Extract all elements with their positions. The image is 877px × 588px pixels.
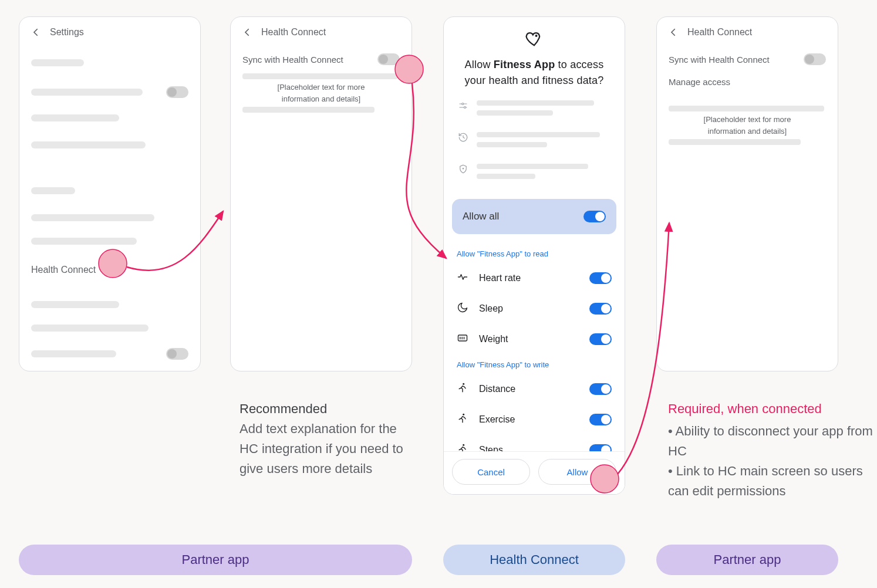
screen2-title: Health Connect [261, 27, 326, 38]
back-arrow-icon[interactable] [241, 26, 253, 38]
svg-point-0 [535, 35, 538, 37]
permission-label: Exercise [479, 414, 515, 425]
skeleton-line [31, 301, 119, 308]
skeleton-line [242, 107, 375, 113]
svg-point-2 [464, 107, 466, 109]
skeleton-line [31, 114, 119, 121]
sync-row: Sync with Health Connect [657, 48, 838, 71]
sync-row: Sync with Health Connect [231, 48, 411, 71]
permission-toggle[interactable] [589, 383, 612, 395]
skeleton-line [31, 59, 84, 66]
health-connect-label: Health Connect [31, 265, 96, 275]
manage-access-label: Manage access [669, 77, 730, 87]
permission-toggle[interactable] [589, 303, 612, 315]
footer-health-connect: Health Connect [443, 545, 625, 575]
permission-prompt-title: Allow Fitness App to access your health … [454, 57, 614, 89]
caption-required: Required, when connected Ability to disc… [668, 399, 877, 501]
skeleton-line [669, 139, 801, 145]
permission-row: Sleep [444, 293, 625, 324]
permission-toggle[interactable] [589, 333, 612, 345]
skeleton-line [669, 106, 824, 111]
svg-point-7 [463, 444, 464, 446]
permission-row: Weight [444, 324, 625, 354]
shield-icon [458, 164, 468, 174]
cancel-button[interactable]: Cancel [452, 459, 530, 485]
info-row [444, 158, 625, 190]
sync-toggle[interactable] [804, 53, 826, 65]
svg-rect-4 [458, 335, 467, 341]
partner-health-connect-connected-screen: Health Connect Sync with Health Connect … [656, 16, 838, 371]
skeleton-line [31, 89, 143, 96]
permission-label: Sleep [479, 303, 503, 314]
sync-label: Sync with Health Connect [669, 55, 770, 65]
screen1-body: Health Connect [19, 48, 200, 371]
skeleton-line [242, 73, 398, 79]
permission-toggle[interactable] [589, 414, 612, 425]
skeleton-line [31, 141, 146, 148]
permission-row: Distance [444, 374, 625, 404]
permission-label: Weight [479, 334, 508, 344]
skeleton-line [31, 214, 154, 221]
skeleton-line [31, 238, 137, 245]
footer-partner-app-2: Partner app [656, 545, 838, 575]
heart-icon [457, 271, 468, 285]
allow-all-row[interactable]: Allow all [452, 199, 616, 234]
health-connect-logo-icon [524, 29, 544, 51]
partner-health-connect-screen: Health Connect Sync with Health Connect … [230, 16, 412, 371]
permission-toggle[interactable] [589, 272, 612, 284]
read-section-header: Allow "Fitness App" to read [444, 244, 625, 263]
dialog-actions: Cancel Allow [444, 451, 625, 494]
run-icon [457, 413, 468, 427]
health-connect-row[interactable]: Health Connect [31, 265, 188, 275]
health-connect-permission-dialog: Allow Fitness App to access your health … [443, 16, 625, 495]
placeholder-note: [Placeholder text for more information a… [231, 82, 411, 104]
svg-point-5 [463, 383, 464, 385]
placeholder-note: [Placeholder text for more information a… [657, 114, 838, 137]
svg-point-6 [463, 414, 464, 415]
allow-button[interactable]: Allow [538, 459, 616, 485]
allow-all-label: Allow all [463, 211, 499, 222]
back-arrow-icon[interactable] [667, 26, 679, 38]
footer-partner-app: Partner app [19, 545, 412, 575]
weight-icon [457, 332, 468, 346]
sync-label: Sync with Health Connect [242, 55, 343, 65]
sync-toggle[interactable] [377, 53, 400, 65]
skeleton-line [31, 350, 116, 357]
skeleton-line [31, 325, 149, 332]
permission-row: Heart rate [444, 263, 625, 293]
svg-point-1 [462, 103, 464, 105]
toggle-off[interactable] [166, 348, 188, 360]
allow-all-toggle[interactable] [583, 211, 606, 222]
skeleton-line [31, 187, 75, 194]
svg-point-3 [463, 168, 464, 170]
permission-row: Exercise [444, 404, 625, 435]
history-icon [458, 132, 468, 143]
permission-label: Distance [479, 384, 515, 394]
screen4-header: Health Connect [657, 17, 838, 48]
toggle-off[interactable] [166, 86, 188, 98]
run-icon [457, 382, 468, 396]
caption-recommended: Recommended Add text explanation for the… [240, 399, 416, 479]
info-row [444, 126, 625, 158]
sliders-icon [458, 100, 468, 111]
screen1-title: Settings [50, 27, 84, 38]
info-row [444, 94, 625, 126]
sleep-icon [457, 302, 468, 316]
screen4-title: Health Connect [687, 27, 752, 38]
permission-label: Heart rate [479, 273, 521, 283]
write-section-header: Allow "Fitness App" to write [444, 354, 625, 374]
screen2-header: Health Connect [231, 17, 411, 48]
manage-access-row[interactable]: Manage access [657, 71, 838, 93]
back-arrow-icon[interactable] [30, 26, 42, 38]
screen1-header: Settings [19, 17, 200, 48]
partner-settings-screen: Settings Health Connect [19, 16, 201, 371]
